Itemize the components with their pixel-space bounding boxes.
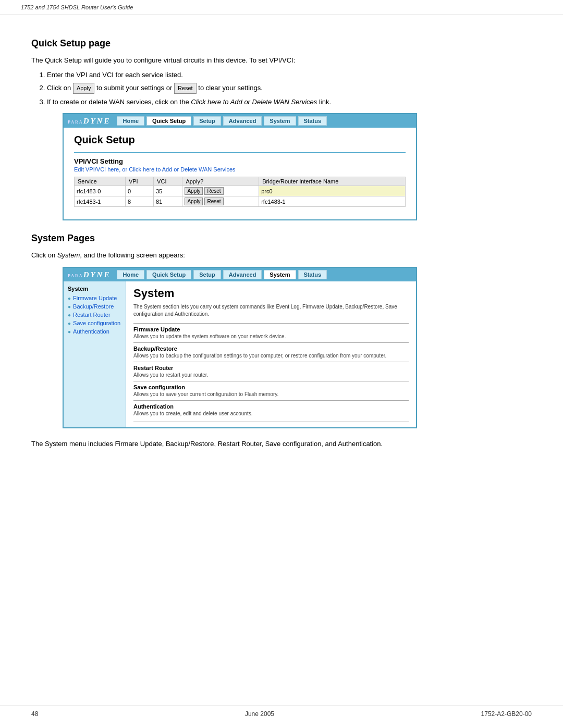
col-name: Bridge/Router Interface Name — [259, 177, 406, 186]
col-vpi: VPI — [125, 177, 153, 186]
sidebar-label-auth: Authentication — [73, 328, 109, 335]
col-apply: Apply? — [182, 177, 259, 186]
page-footer: 48 June 2005 1752-A2-GB20-00 — [0, 706, 563, 718]
sys-save-desc: Allows you to save your current configur… — [133, 391, 409, 397]
page-header: 1752 and 1754 SHDSL Router User's Guide — [0, 0, 563, 15]
system-pages-intro: Click on System, and the following scree… — [31, 250, 532, 261]
sys-section-auth: Authentication Allows you to create, edi… — [133, 400, 409, 417]
bullet-icon: ● — [68, 329, 71, 335]
sys-firmware-title: Firmware Update — [133, 326, 409, 332]
system-link-text: System — [57, 251, 80, 259]
sidebar-label-firmware: Firmware Update — [73, 295, 117, 301]
row1-apply-button[interactable]: Apply — [185, 198, 203, 205]
router-nav-bar: PARADYNE Home Quick Setup Setup Advanced… — [64, 114, 416, 128]
sidebar-label-save: Save configuration — [73, 320, 120, 326]
sys-nav-tab-system[interactable]: System — [264, 270, 296, 279]
sys-backup-desc: Allows you to backup the configuration s… — [133, 353, 409, 359]
sys-nav-tab-setup[interactable]: Setup — [193, 270, 221, 279]
vpi-vci-table: Service VPI VCI Apply? Bridge/Router Int… — [74, 177, 406, 207]
sidebar-heading: System — [68, 286, 121, 292]
bullet-icon: ● — [68, 295, 71, 301]
cell-service-1: rfc1483-1 — [75, 196, 126, 207]
sys-nav-tab-quick-setup[interactable]: Quick Setup — [146, 270, 191, 279]
nav-tab-home[interactable]: Home — [117, 116, 144, 126]
cell-vpi-1: 8 — [125, 196, 153, 207]
row1-reset-button[interactable]: Reset — [204, 198, 223, 205]
cell-buttons-0: Apply Reset — [182, 186, 259, 196]
closing-text: The System menu includes Firmare Update,… — [31, 439, 532, 449]
bullet-icon: ● — [68, 320, 71, 326]
nav-tab-quick-setup[interactable]: Quick Setup — [146, 116, 191, 126]
nav-tab-status[interactable]: Status — [298, 116, 327, 126]
sidebar-item-restart[interactable]: ● Restart Router — [68, 312, 121, 318]
cell-vpi-0: 0 — [125, 186, 153, 196]
system-main-title: System — [133, 287, 409, 300]
bullet-icon: ● — [68, 304, 71, 310]
system-screenshot: PARADYNE Home Quick Setup Setup Advanced… — [63, 267, 417, 428]
apply-button-inline[interactable]: Apply — [73, 83, 95, 94]
sys-firmware-desc: Allows you to update the system software… — [133, 334, 409, 339]
vpi-vci-table-body: rfc1483-0 0 35 Apply Reset prc0 rfc1483-… — [75, 186, 406, 207]
sidebar-label-backup: Backup/Restore — [73, 303, 114, 310]
sys-nav-tab-home[interactable]: Home — [117, 270, 144, 279]
sys-restart-title: Restart Router — [133, 365, 409, 371]
system-nav-bar: PARADYNE Home Quick Setup Setup Advanced… — [64, 268, 416, 281]
cell-vci-1: 81 — [154, 196, 182, 207]
page-content: Quick Setup page The Quick Setup will gu… — [0, 15, 563, 484]
cell-name-1: rfc1483-1 — [259, 196, 406, 207]
quick-setup-screenshot: PARADYNE Home Quick Setup Setup Advanced… — [63, 113, 417, 220]
step-1: Enter the VPI and VCI for each service l… — [47, 70, 532, 80]
col-service: Service — [75, 177, 126, 186]
step-2: Click on Apply to submit your settings o… — [47, 83, 532, 94]
sys-nav-tab-status[interactable]: Status — [298, 270, 327, 279]
sidebar-item-auth[interactable]: ● Authentication — [68, 328, 121, 335]
sys-backup-title: Backup/Restore — [133, 346, 409, 352]
paradyne-logo: PARADYNE — [68, 116, 111, 126]
nav-tab-system[interactable]: System — [264, 116, 296, 126]
quick-setup-body: Quick Setup VPI/VCI Setting Edit VPI/VCI… — [64, 128, 416, 219]
system-main-desc: The System section lets you carry out sy… — [133, 303, 409, 318]
system-pages-title: System Pages — [31, 233, 532, 244]
step-3-link: Click here to Add or Delete WAN Services — [191, 98, 317, 106]
quick-setup-title: Quick Setup page — [31, 38, 532, 49]
quick-setup-intro: The Quick Setup will guide you to config… — [31, 55, 532, 66]
sidebar-item-save[interactable]: ● Save configuration — [68, 320, 121, 326]
footer-doc-id: 1752-A2-GB20-00 — [481, 710, 532, 718]
sidebar-item-firmware[interactable]: ● Firmware Update — [68, 295, 121, 301]
bullet-icon: ● — [68, 312, 71, 318]
cell-service-0: rfc1483-0 — [75, 186, 126, 196]
sys-section-firmware: Firmware Update Allows you to update the… — [133, 323, 409, 340]
sidebar-label-restart: Restart Router — [73, 312, 111, 318]
footer-date: June 2005 — [245, 710, 274, 718]
sys-section-restart: Restart Router Allows you to restart you… — [133, 362, 409, 379]
sys-section-save: Save configuration Allows you to save yo… — [133, 381, 409, 398]
system-paradyne-logo: PARADYNE — [68, 270, 111, 279]
cell-buttons-1: Apply Reset — [182, 196, 259, 207]
reset-button-inline[interactable]: Reset — [174, 83, 197, 94]
vpi-vci-subtitle[interactable]: Edit VPI/VCI here, or Click here to Add … — [74, 166, 406, 172]
row0-apply-button[interactable]: Apply — [185, 187, 203, 195]
footer-page-number: 48 — [31, 710, 38, 718]
vpi-vci-section: VPI/VCI Setting Edit VPI/VCI here, or Cl… — [74, 152, 406, 207]
sys-section-backup: Backup/Restore Allows you to backup the … — [133, 342, 409, 360]
system-sidebar: System ● Firmware Update ● Backup/Restor… — [64, 281, 126, 427]
table-header-row: Service VPI VCI Apply? Bridge/Router Int… — [75, 177, 406, 186]
vpi-vci-table-head: Service VPI VCI Apply? Bridge/Router Int… — [75, 177, 406, 186]
sys-auth-desc: Allows you to create, edit and delete us… — [133, 411, 409, 416]
sidebar-item-backup[interactable]: ● Backup/Restore — [68, 303, 121, 310]
system-layout: System ● Firmware Update ● Backup/Restor… — [64, 281, 416, 427]
sys-nav-tab-advanced[interactable]: Advanced — [223, 270, 262, 279]
nav-tab-advanced[interactable]: Advanced — [223, 116, 262, 126]
cell-vci-0: 35 — [154, 186, 182, 196]
sys-save-title: Save configuration — [133, 384, 409, 390]
table-row: rfc1483-1 8 81 Apply Reset rfc1483-1 — [75, 196, 406, 207]
sys-auth-title: Authentication — [133, 403, 409, 410]
system-main-content: System The System section lets you carry… — [126, 281, 416, 427]
nav-tab-setup[interactable]: Setup — [193, 116, 221, 126]
header-title: 1752 and 1754 SHDSL Router User's Guide — [21, 4, 133, 10]
row0-reset-button[interactable]: Reset — [204, 187, 223, 195]
table-row: rfc1483-0 0 35 Apply Reset prc0 — [75, 186, 406, 196]
sys-restart-desc: Allows you to restart your router. — [133, 372, 409, 378]
step-3: If to create or delete WAN services, cli… — [47, 97, 532, 107]
col-vci: VCI — [154, 177, 182, 186]
